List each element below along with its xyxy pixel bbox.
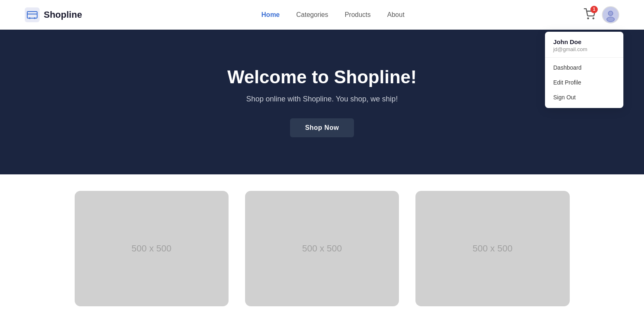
header-right: 1 John Doe jd@gmail.com Dashboard Edit P… <box>584 6 619 23</box>
svg-point-5 <box>587 18 588 19</box>
nav-about[interactable]: About <box>387 11 405 19</box>
hero-title: Welcome to Shopline! <box>227 67 417 87</box>
dropdown-dashboard[interactable]: Dashboard <box>545 60 623 75</box>
dropdown-edit-profile[interactable]: Edit Profile <box>545 75 623 90</box>
header: Shopline Home Categories Products About … <box>0 0 644 30</box>
product-section: 500 x 500 500 x 500 500 x 500 <box>0 174 644 310</box>
product-grid: 500 x 500 500 x 500 500 x 500 <box>75 191 570 306</box>
dropdown-email: jd@gmail.com <box>553 46 615 52</box>
dropdown-sign-out[interactable]: Sign Out <box>545 90 623 105</box>
product-placeholder-1: 500 x 500 <box>132 243 172 254</box>
product-card-1[interactable]: 500 x 500 <box>75 191 229 306</box>
product-placeholder-2: 500 x 500 <box>302 243 342 254</box>
avatar[interactable] <box>602 6 619 23</box>
avatar-icon <box>603 7 618 23</box>
product-card-2[interactable]: 500 x 500 <box>245 191 399 306</box>
logo-text: Shopline <box>44 9 82 20</box>
shop-now-button[interactable]: Shop Now <box>290 118 354 137</box>
cart-button[interactable]: 1 <box>584 8 595 21</box>
logo-icon <box>25 7 40 22</box>
product-placeholder-3: 500 x 500 <box>473 243 513 254</box>
svg-point-10 <box>609 11 612 15</box>
svg-point-4 <box>34 17 35 19</box>
dropdown-username: John Doe <box>553 38 615 45</box>
nav-home[interactable]: Home <box>262 11 280 19</box>
nav-categories[interactable]: Categories <box>296 11 328 19</box>
product-card-3[interactable]: 500 x 500 <box>415 191 569 306</box>
logo-area: Shopline <box>25 7 82 22</box>
svg-point-3 <box>29 17 31 19</box>
nav-products[interactable]: Products <box>344 11 370 19</box>
dropdown-user-info: John Doe jd@gmail.com <box>545 38 623 58</box>
main-nav: Home Categories Products About <box>262 11 405 19</box>
user-dropdown: John Doe jd@gmail.com Dashboard Edit Pro… <box>545 32 623 108</box>
svg-point-11 <box>607 17 614 21</box>
svg-point-6 <box>593 18 594 19</box>
cart-badge: 1 <box>590 6 598 13</box>
hero-subtitle: Shop online with Shopline. You shop, we … <box>246 95 398 103</box>
